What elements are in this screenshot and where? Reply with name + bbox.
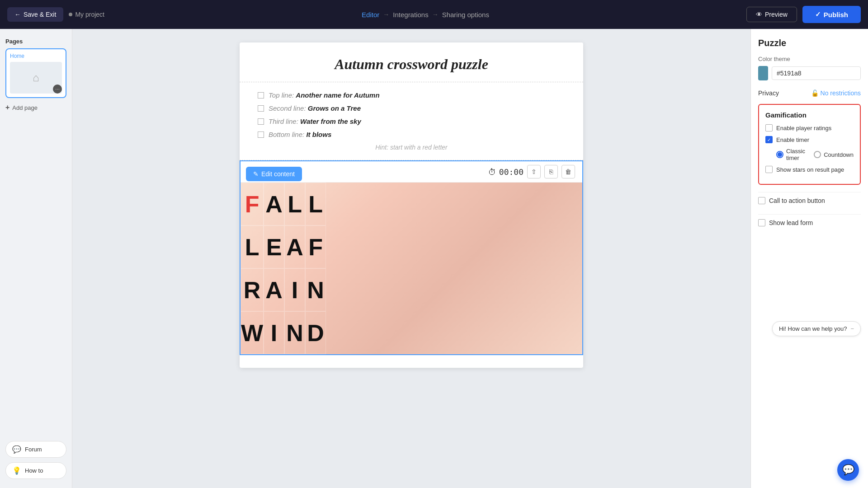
color-theme-section: Color theme: [758, 56, 861, 80]
nav-step-editor[interactable]: Editor: [362, 11, 379, 19]
edit-content-button[interactable]: ✎ Edit content: [246, 167, 302, 181]
checkmark-icon: ✓: [815, 10, 821, 19]
add-page-button[interactable]: + Add page: [5, 103, 66, 112]
privacy-section: Privacy 🔓 No restrictions: [758, 89, 861, 97]
delete-button[interactable]: 🗑: [561, 165, 575, 178]
canvas-frame: Autumn crossword puzzle Top line: Anothe…: [240, 42, 583, 368]
call-to-action-row: Call to action button: [758, 192, 861, 209]
enable-player-ratings-checkbox[interactable]: [765, 124, 773, 131]
timer-type-row: Classic timer Countdown: [776, 148, 854, 161]
call-to-action-section: Call to action button: [758, 192, 861, 209]
classic-timer-radio[interactable]: [776, 151, 783, 158]
lightbulb-icon: 💡: [12, 466, 21, 475]
save-exit-button[interactable]: ← Save & Exit: [7, 7, 63, 22]
pages-title: Pages: [5, 38, 66, 45]
sidebar-bottom-buttons: 💬 Forum 💡 How to: [5, 441, 66, 479]
clue-item-4: Bottom line: It blows: [258, 131, 565, 138]
puzzle-title-area: Autumn crossword puzzle: [240, 42, 583, 82]
puzzle-actions: ⏱ 00:00 ⇧ ⎘ 🗑: [488, 165, 575, 178]
color-theme-label: Color theme: [758, 56, 861, 62]
no-restrictions-button[interactable]: 🔓 No restrictions: [811, 89, 861, 97]
grid-cell: E: [264, 225, 284, 268]
page-card-label: Home: [10, 53, 62, 59]
grid-cell: L: [241, 225, 264, 268]
countdown-option[interactable]: Countdown: [814, 151, 854, 158]
arrow-icon-1: →: [383, 11, 389, 18]
puzzle-title: Autumn crossword puzzle: [258, 56, 565, 73]
grid-cell: A: [264, 268, 284, 311]
show-stars-row: Show stars on result page: [765, 166, 854, 173]
dot-icon: [69, 13, 72, 16]
color-theme-row: [758, 66, 861, 80]
clue-item-2: Second line: Grows on a Tree: [258, 104, 565, 112]
clue-item-3: Third line: Water from the sky: [258, 117, 565, 125]
enable-timer-checkbox[interactable]: ✓: [765, 136, 773, 143]
forum-button[interactable]: 💬 Forum: [5, 441, 66, 458]
grid-cell: F: [305, 225, 326, 268]
hint-text: Hint: start with a red letter: [258, 144, 565, 151]
clue-label-1: Top line: Another name for Autumn: [269, 91, 380, 99]
page-card-menu-button[interactable]: ⋯: [53, 84, 62, 94]
main-layout: Pages Home ⌂ ⋯ + Add page 💬 Forum 💡 How …: [0, 29, 868, 488]
grid-cell: N: [284, 311, 305, 354]
canvas-area: Autumn crossword puzzle Top line: Anothe…: [72, 29, 750, 488]
grid-cell: L: [305, 183, 326, 225]
clue-check-1[interactable]: [258, 92, 264, 99]
gamification-title: Gamification: [765, 111, 854, 119]
puzzle-content-area: ✎ Edit content Moves: 0 ⏱ 00:00 ⇧ ⎘: [240, 160, 583, 355]
clue-check-2[interactable]: [258, 105, 264, 112]
publish-button[interactable]: ✓ Publish: [802, 6, 861, 23]
forum-icon: 💬: [12, 445, 21, 454]
clue-item-1: Top line: Another name for Autumn: [258, 91, 565, 99]
grid-cell: F: [241, 183, 264, 225]
copy-button[interactable]: ⎘: [544, 165, 558, 178]
top-navigation: ← Save & Exit My project Editor → Integr…: [0, 0, 868, 29]
nav-step-integrations[interactable]: Integrations: [393, 11, 428, 19]
preview-button[interactable]: 👁 Preview: [746, 7, 797, 22]
arrow-icon-2: →: [432, 11, 439, 18]
crossword-grid: FALLLEAFRAINWIND: [241, 183, 582, 354]
grid-cell: L: [284, 183, 305, 225]
clue-check-4[interactable]: [258, 131, 264, 138]
grid-cell: A: [284, 225, 305, 268]
eye-icon: 👁: [756, 11, 762, 18]
clues-area: Top line: Another name for Autumn Second…: [240, 82, 583, 160]
show-lead-form-row: Show lead form: [758, 214, 861, 231]
right-panel: Puzzle Color theme Privacy 🔓 No restrict…: [750, 29, 868, 488]
classic-timer-option[interactable]: Classic timer: [776, 148, 807, 161]
nav-steps: Editor → Integrations → Sharing options: [362, 11, 489, 19]
plus-icon: +: [5, 103, 9, 112]
howto-button[interactable]: 💡 How to: [5, 462, 66, 479]
timer-icon: ⏱: [488, 167, 496, 177]
show-stars-checkbox[interactable]: [765, 166, 773, 173]
pencil-icon: ✎: [253, 170, 259, 178]
grid-cell: R: [241, 268, 264, 311]
enable-player-ratings-row: Enable player ratings: [765, 124, 854, 131]
move-up-button[interactable]: ⇧: [527, 165, 541, 178]
chat-fab-button[interactable]: 💬: [837, 459, 859, 481]
chat-close-icon[interactable]: −: [850, 325, 854, 332]
grid-cell: A: [264, 183, 284, 225]
clue-label-4: Bottom line: It blows: [269, 131, 331, 138]
color-hex-input[interactable]: [772, 66, 861, 80]
clue-label-3: Third line: Water from the sky: [269, 117, 361, 125]
lock-icon: 🔓: [811, 89, 819, 97]
help-section: Hi! How can we help you? −: [758, 321, 861, 336]
arrow-left-icon: ←: [14, 11, 21, 18]
grid-cell: W: [241, 311, 264, 354]
show-lead-form-checkbox[interactable]: [758, 219, 765, 226]
project-name-display: My project: [69, 11, 104, 18]
home-icon: ⌂: [33, 71, 39, 84]
clue-label-2: Second line: Grows on a Tree: [269, 104, 361, 112]
countdown-radio[interactable]: [814, 151, 821, 158]
call-to-action-checkbox[interactable]: [758, 197, 765, 204]
nav-step-sharing[interactable]: Sharing options: [442, 11, 489, 19]
pages-section: Pages Home ⌂ ⋯ + Add page: [5, 38, 66, 112]
color-swatch[interactable]: [758, 66, 768, 80]
clue-check-3[interactable]: [258, 118, 264, 125]
privacy-label: Privacy: [758, 89, 779, 97]
page-card-home[interactable]: Home ⌂ ⋯: [5, 48, 66, 98]
grid-cell: I: [264, 311, 284, 354]
gamification-box: Gamification Enable player ratings ✓ Ena…: [758, 104, 861, 185]
grid-cell: I: [284, 268, 305, 311]
